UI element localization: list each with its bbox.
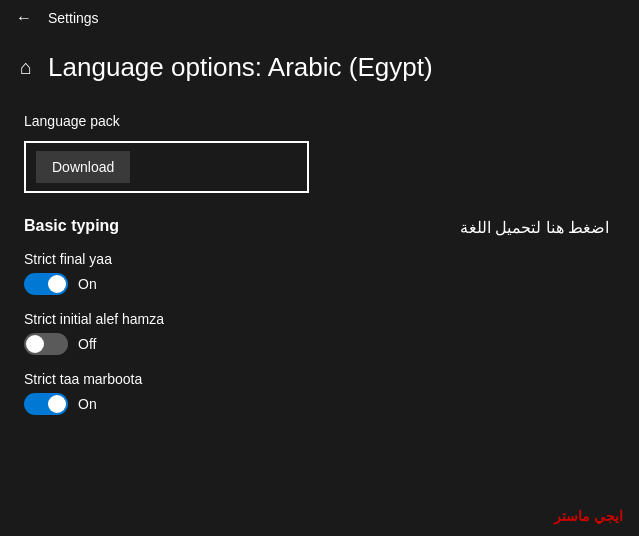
download-button[interactable]: Download: [36, 151, 130, 183]
main-content: Language pack Download اضغط هنا لتحميل ا…: [0, 103, 639, 441]
strict-taa-marboota-label: Strict taa marboota: [24, 371, 615, 387]
title-bar-text: Settings: [48, 10, 99, 26]
home-icon: ⌂: [20, 56, 32, 79]
strict-taa-marboota-toggle[interactable]: [24, 393, 68, 415]
strict-final-yaa-setting: Strict final yaa On: [24, 251, 615, 295]
strict-final-yaa-toggle-row: On: [24, 273, 615, 295]
strict-taa-marboota-state: On: [78, 396, 97, 412]
arabic-hint: اضغط هنا لتحميل اللغة: [460, 218, 609, 237]
strict-final-yaa-toggle[interactable]: [24, 273, 68, 295]
strict-alef-hamza-toggle[interactable]: [24, 333, 68, 355]
strict-alef-hamza-knob: [26, 335, 44, 353]
strict-final-yaa-knob: [48, 275, 66, 293]
strict-final-yaa-label: Strict final yaa: [24, 251, 615, 267]
watermark: ايجي ماستر: [546, 504, 631, 528]
strict-taa-marboota-knob: [48, 395, 66, 413]
strict-alef-hamza-state: Off: [78, 336, 96, 352]
page-header: ⌂ Language options: Arabic (Egypt): [0, 36, 639, 103]
strict-alef-hamza-toggle-row: Off: [24, 333, 615, 355]
back-button[interactable]: ←: [16, 10, 32, 26]
strict-final-yaa-state: On: [78, 276, 97, 292]
download-area: Download: [24, 141, 309, 193]
title-bar: ← Settings: [0, 0, 639, 36]
strict-alef-hamza-label: Strict initial alef hamza: [24, 311, 615, 327]
strict-taa-marboota-setting: Strict taa marboota On: [24, 371, 615, 415]
page-title: Language options: Arabic (Egypt): [48, 52, 432, 83]
strict-taa-marboota-toggle-row: On: [24, 393, 615, 415]
strict-alef-hamza-setting: Strict initial alef hamza Off: [24, 311, 615, 355]
watermark-site: ايجي ماستر: [554, 508, 623, 524]
language-pack-label: Language pack: [24, 113, 615, 129]
